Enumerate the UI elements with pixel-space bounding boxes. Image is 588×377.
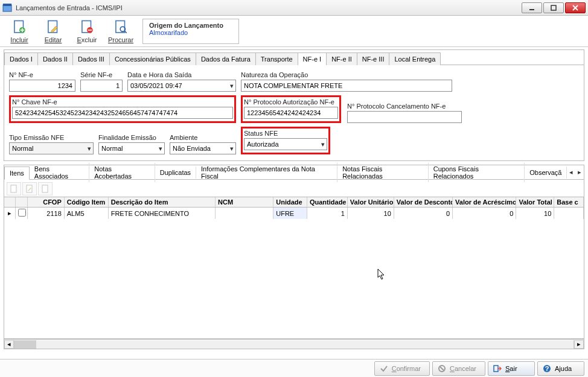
cell-descricao[interactable]: FRETE CONHECIMENTO xyxy=(108,208,215,220)
col-c1[interactable] xyxy=(15,197,27,208)
tab-dados-i[interactable]: Dados I xyxy=(4,52,38,65)
finalidade-select[interactable] xyxy=(98,142,165,154)
scroll-track[interactable] xyxy=(14,340,574,349)
subtab-bens-associados[interactable]: Bens Associados xyxy=(30,163,89,182)
ambiente-label: Ambiente xyxy=(170,134,236,141)
col-base-c[interactable]: Base c xyxy=(554,197,584,208)
cell-cfop[interactable]: 2118 xyxy=(27,208,64,220)
sair-button[interactable]: Sair xyxy=(488,361,535,376)
titlebar: Lançamentos de Entrada - ICMS/IPI xyxy=(0,0,588,16)
ajuda-label: Ajuda xyxy=(555,365,572,372)
maximize-button[interactable] xyxy=(543,2,564,13)
app-icon xyxy=(2,3,12,13)
col-c-digo-item[interactable]: Código Item xyxy=(64,197,108,208)
window-controls xyxy=(522,2,586,13)
scroll-right-icon[interactable]: ▸ xyxy=(574,340,584,349)
tab-local-entrega[interactable]: Local Entrega xyxy=(389,52,441,65)
natureza-input[interactable] xyxy=(241,80,452,92)
subtab-duplicatas[interactable]: Duplicatas xyxy=(155,166,196,179)
proto-aut-input[interactable] xyxy=(244,107,338,119)
cell-codigo[interactable]: ALM5 xyxy=(64,208,108,220)
cell-ncm[interactable] xyxy=(216,208,273,220)
highlight-status: Status NFE xyxy=(241,127,330,154)
cancelar-button[interactable]: Cancelar xyxy=(432,361,485,376)
subtab-cupons-fiscais-relacionados[interactable]: Cupons Fiscais Relacionados xyxy=(429,163,525,182)
incluir-button[interactable]: Incluir xyxy=(4,17,35,46)
col-cfop[interactable]: CFOP xyxy=(27,197,64,208)
field-finalidade: Finalidade Emissão xyxy=(98,134,165,154)
excluir-label: xcluir xyxy=(81,36,97,43)
editar-button[interactable]: Editar xyxy=(37,17,69,46)
sub-tabs-container: ItensBens AssociadosNotas AcobertadasDup… xyxy=(4,165,584,349)
field-natureza: Natureza da Operação xyxy=(241,71,452,92)
items-grid[interactable]: CFOPCódigo ItemDescrição do ItemNCMUnida… xyxy=(4,197,584,339)
tab-dados-iii[interactable]: Dados III xyxy=(72,52,110,65)
subtab-informa-es-complementares-da-nota-fiscal[interactable]: Informações Complementares da Nota Fisca… xyxy=(196,163,337,182)
col-quantidade[interactable]: Quantidade xyxy=(307,197,347,208)
status-label: Status NFE xyxy=(244,130,327,137)
proto-aut-label: N° Protocolo Autorização NF-e xyxy=(244,98,338,106)
procurar-button[interactable]: Procurar xyxy=(105,17,136,46)
field-data-saida: Data e Hora da Saída xyxy=(127,71,236,92)
grid-add-button[interactable] xyxy=(7,182,21,195)
incluir-label: Incluir xyxy=(10,36,28,43)
col-c0[interactable] xyxy=(4,197,15,208)
serie-input[interactable] xyxy=(80,80,123,92)
col-valor-de-acr-scimo[interactable]: Valor de Acréscimo xyxy=(453,197,516,208)
cell-valor-desconto[interactable]: 0 xyxy=(394,208,452,220)
cell-valor-acrescimo[interactable]: 0 xyxy=(453,208,516,220)
proto-canc-input[interactable] xyxy=(347,111,462,123)
grid-delete-button[interactable] xyxy=(38,182,53,195)
ambiente-select[interactable] xyxy=(170,142,236,154)
subtab-itens[interactable]: Itens xyxy=(4,166,30,180)
grid-edit-button[interactable] xyxy=(22,182,37,195)
excluir-button[interactable]: Excluir xyxy=(71,17,103,46)
tipo-emissao-select[interactable] xyxy=(9,142,94,154)
row-checkbox[interactable] xyxy=(15,208,27,220)
cell-unidade[interactable]: UFRE xyxy=(273,208,307,220)
row-marker-icon: ▸ xyxy=(4,208,15,220)
tab-nf-e-i[interactable]: NF-e I xyxy=(298,52,327,65)
tab-concession-rias-p-blicas[interactable]: Concessionárias Públicas xyxy=(109,52,196,65)
scroll-left-icon[interactable]: ◂ xyxy=(4,340,14,349)
subtab-notas-acobertadas[interactable]: Notas Acobertadas xyxy=(89,163,155,182)
proto-canc-label: N° Protocolo Cancelamento NF-e xyxy=(347,103,462,110)
data-saida-input[interactable] xyxy=(127,80,236,92)
subtab-notas-fiscais-relacionadas[interactable]: Notas Fiscais Relacionadas xyxy=(337,163,429,182)
subtab-scroll-left-icon[interactable]: ◂ xyxy=(567,168,575,176)
sair-label: air xyxy=(510,365,517,372)
field-proto-canc: N° Protocolo Cancelamento NF-e xyxy=(347,103,462,123)
n-nfe-input[interactable] xyxy=(9,80,75,92)
confirmar-button[interactable]: Confirmar xyxy=(374,361,430,376)
subtab-observa-[interactable]: Observaçã xyxy=(525,166,567,179)
status-select[interactable] xyxy=(244,138,327,150)
tab-nf-e-ii[interactable]: NF-e II xyxy=(326,52,357,65)
cell-valor-unitario[interactable]: 10 xyxy=(347,208,394,220)
chave-input[interactable] xyxy=(12,107,233,119)
col-unidade[interactable]: Unidade xyxy=(273,197,307,208)
col-descri-o-do-item[interactable]: Descrição do Item xyxy=(108,197,215,208)
editar-label: Editar xyxy=(45,36,62,43)
col-valor-de-desconto[interactable]: Valor de Desconto xyxy=(394,197,452,208)
cell-base-c[interactable] xyxy=(554,208,584,220)
col-valor-total[interactable]: Valor Total xyxy=(516,197,554,208)
tab-dados-ii[interactable]: Dados II xyxy=(37,52,73,65)
sub-tabs: ItensBens AssociadosNotas AcobertadasDup… xyxy=(4,165,584,180)
table-row[interactable]: ▸ 2118 ALM5 FRETE CONHECIMENTO UFRE 1 10… xyxy=(4,208,584,220)
close-button[interactable] xyxy=(565,2,586,13)
ajuda-button[interactable]: ? Ajuda xyxy=(537,361,584,376)
subtab-scroll-right-icon[interactable]: ▸ xyxy=(575,168,584,176)
tipo-emissao-label: Tipo Emissão NFE xyxy=(9,134,94,141)
grid-horizontal-scrollbar[interactable]: ◂ ▸ xyxy=(4,339,584,349)
col-valor-unit-rio[interactable]: Valor Unitário xyxy=(347,197,394,208)
col-ncm[interactable]: NCM xyxy=(216,197,273,208)
tab-transporte[interactable]: Transporte xyxy=(255,52,298,65)
scroll-thumb[interactable] xyxy=(14,340,36,349)
grid-mini-toolbar xyxy=(4,180,584,197)
svg-line-21 xyxy=(440,367,444,370)
minimize-button[interactable] xyxy=(522,2,542,13)
cell-quantidade[interactable]: 1 xyxy=(307,208,347,220)
cell-valor-total[interactable]: 10 xyxy=(516,208,554,220)
tab-dados-da-fatura[interactable]: Dados da Fatura xyxy=(196,52,256,65)
tab-nf-e-iii[interactable]: NF-e III xyxy=(357,52,390,65)
